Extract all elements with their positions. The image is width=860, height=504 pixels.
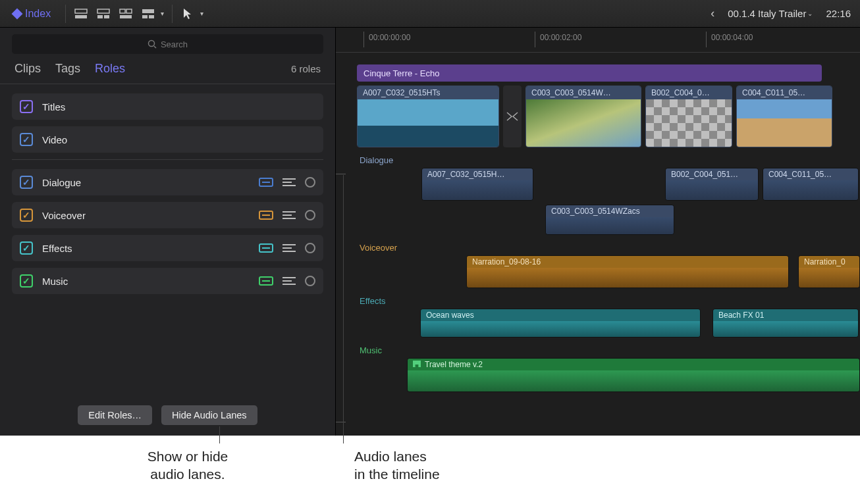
focus-role-icon[interactable] xyxy=(305,243,315,253)
lane-track[interactable]: Narration_09-08-16Narration_0 xyxy=(357,255,860,288)
svg-line-12 xyxy=(154,46,156,48)
focus-role-icon[interactable] xyxy=(305,177,315,188)
svg-rect-8 xyxy=(142,9,154,13)
ruler-tick: 00:00:04:00 xyxy=(711,33,753,42)
video-clip[interactable]: A007_C032_0515HTs xyxy=(357,86,499,147)
chevron-down-icon[interactable]: ▾ xyxy=(161,10,164,17)
lane-voiceover: Voiceover Narration_09-08-16Narration_0 xyxy=(357,243,860,288)
transition-icon[interactable] xyxy=(503,86,522,147)
role-checkbox[interactable] xyxy=(20,241,33,255)
audio-clip[interactable]: Narration_09-08-16 xyxy=(466,255,789,288)
collapse-subroles-icon[interactable] xyxy=(282,244,296,252)
role-row-voiceover[interactable]: Voiceover xyxy=(12,202,323,228)
show-lane-icon[interactable] xyxy=(259,243,273,253)
svg-rect-5 xyxy=(120,9,125,13)
svg-rect-7 xyxy=(120,15,132,18)
video-clip[interactable]: B002_C004_0… xyxy=(645,86,732,147)
clip-name: A007_C032_0515H… xyxy=(422,168,533,180)
chevron-down-icon[interactable]: ▾ xyxy=(200,10,203,17)
layout-c-icon[interactable] xyxy=(119,7,133,20)
tool-select-group: ▾ xyxy=(180,7,203,20)
hide-audio-lanes-button[interactable]: Hide Audio Lanes xyxy=(161,405,257,425)
tab-clips[interactable]: Clips xyxy=(14,62,41,76)
role-row-music[interactable]: Music xyxy=(12,268,323,294)
callout-line xyxy=(219,426,220,443)
toolbar: Index ▾ ▾ ‹ 00.1.4 Italy Trailer ⌄ 22:16 xyxy=(0,0,860,28)
role-row-video[interactable]: Video xyxy=(12,126,323,153)
index-sidebar: Search Clips Tags Roles 6 roles TitlesVi… xyxy=(0,28,336,436)
role-actions xyxy=(259,243,315,253)
role-checkbox[interactable] xyxy=(20,274,33,288)
role-label: Video xyxy=(42,134,67,145)
audio-clip[interactable]: C003_C003_0514WZacs xyxy=(545,205,674,235)
svg-rect-3 xyxy=(97,15,103,18)
pointer-tool-icon[interactable] xyxy=(180,7,195,20)
video-clip[interactable]: C003_C003_0514W… xyxy=(525,86,641,147)
role-row-titles[interactable]: Titles xyxy=(12,93,323,120)
show-lane-icon[interactable] xyxy=(259,276,273,286)
toolbar-separator xyxy=(172,5,173,23)
video-clip[interactable]: C004_C011_05… xyxy=(736,86,832,147)
collapse-subroles-icon[interactable] xyxy=(282,178,296,186)
back-button[interactable]: ‹ xyxy=(701,7,724,20)
role-row-effects[interactable]: Effects xyxy=(12,235,323,261)
clip-thumbnail xyxy=(358,99,498,147)
audio-clip[interactable]: A007_C032_0515H… xyxy=(421,168,533,201)
video-clip-row: A007_C032_0515HTsC003_C003_0514W…B002_C0… xyxy=(357,86,860,147)
lane-track[interactable]: A007_C032_0515H…B002_C004_051…C004_C011_… xyxy=(357,168,860,201)
role-label: Effects xyxy=(42,243,72,254)
audio-clip[interactable]: C004_C011_05… xyxy=(763,168,859,201)
role-checkbox[interactable] xyxy=(20,133,33,146)
audio-clip[interactable]: Narration_0 xyxy=(798,255,860,288)
waveform xyxy=(546,217,674,234)
layout-d-icon[interactable] xyxy=(141,7,155,20)
toolbar-separator xyxy=(65,5,66,23)
clip-name: Narration_09-08-16 xyxy=(467,256,788,268)
clip-name: C004_C011_05… xyxy=(763,168,858,180)
role-checkbox[interactable] xyxy=(20,100,33,113)
clip-name: C003_C003_0514WZacs xyxy=(546,205,674,217)
svg-rect-1 xyxy=(75,15,87,18)
role-checkbox[interactable] xyxy=(20,176,33,189)
timeline-ruler[interactable]: 00:00:00:0000:00:02:0000:00:04:00 xyxy=(336,28,860,53)
tab-roles[interactable]: Roles xyxy=(95,62,125,76)
lane-label-voiceover: Voiceover xyxy=(360,243,860,253)
search-field[interactable]: Search xyxy=(12,34,323,54)
title-clip[interactable]: Cinque Terre - Echo xyxy=(357,64,822,82)
svg-rect-2 xyxy=(97,9,109,13)
lane-track[interactable]: C003_C003_0514WZacs xyxy=(357,205,860,235)
focus-role-icon[interactable] xyxy=(305,276,315,286)
role-row-dialogue[interactable]: Dialogue xyxy=(12,169,323,195)
svg-rect-4 xyxy=(104,15,109,18)
collapse-subroles-icon[interactable] xyxy=(282,277,296,285)
ruler-tick: 00:00:00:00 xyxy=(369,33,410,42)
index-button[interactable]: Index xyxy=(7,5,57,22)
audio-clip[interactable]: Beach FX 01 xyxy=(712,309,859,338)
focus-role-icon[interactable] xyxy=(305,210,315,220)
timeline[interactable]: 00:00:00:0000:00:02:0000:00:04:00 Cinque… xyxy=(336,28,860,436)
layout-a-icon[interactable] xyxy=(74,7,88,20)
collapse-subroles-icon[interactable] xyxy=(282,211,296,219)
show-lane-icon[interactable] xyxy=(259,211,273,220)
lane-label-dialogue: Dialogue xyxy=(360,155,860,165)
show-lane-icon[interactable] xyxy=(259,178,273,187)
waveform xyxy=(763,180,858,200)
roles-list: TitlesVideo DialogueVoiceoverEffectsMusi… xyxy=(0,84,335,396)
clip-name: Beach FX 01 xyxy=(713,309,858,321)
svg-rect-0 xyxy=(75,9,87,13)
clip-name: Narration_0 xyxy=(799,256,859,268)
layout-b-icon[interactable] xyxy=(96,7,111,20)
audio-clip[interactable]: Ocean waves xyxy=(420,309,701,338)
project-name-dropdown[interactable]: 00.1.4 Italy Trailer ⌄ xyxy=(728,8,813,19)
clip-name: B002_C004_0… xyxy=(646,86,732,99)
role-checkbox[interactable] xyxy=(20,209,33,222)
waveform xyxy=(713,321,858,337)
audio-clip[interactable]: Travel theme v.2 xyxy=(407,358,860,392)
waveform xyxy=(666,180,758,200)
lane-track[interactable]: Ocean wavesBeach FX 01 xyxy=(357,309,860,338)
edit-roles-button[interactable]: Edit Roles… xyxy=(78,405,152,425)
lane-track[interactable]: Travel theme v.2 xyxy=(357,358,860,392)
audio-clip[interactable]: B002_C004_051… xyxy=(665,168,759,201)
tab-tags[interactable]: Tags xyxy=(55,62,80,76)
clip-name: Travel theme v.2 xyxy=(408,359,859,370)
